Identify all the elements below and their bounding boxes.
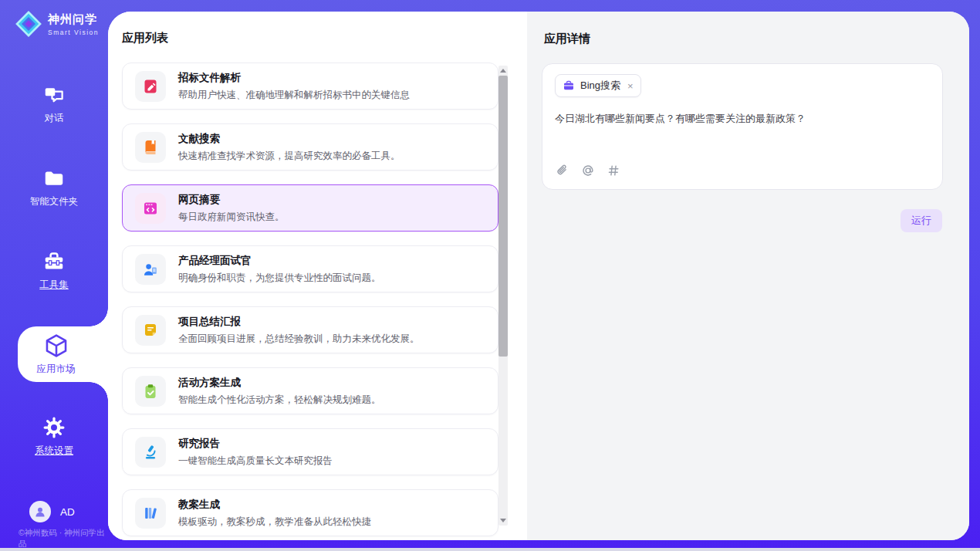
app-card-web-summary[interactable]: 网页摘要 每日政府新闻资讯快查。 <box>122 184 498 232</box>
brand-diamond-icon <box>14 9 43 39</box>
folder-icon <box>42 167 66 190</box>
brand-name: 神州问学 <box>48 12 99 27</box>
app-detail-panel: 应用详情 Bing搜索 × 今日湖北有哪些新闻要点？有哪些需要关注的最新政策？ <box>527 12 969 540</box>
app-detail-title: 应用详情 <box>544 32 969 46</box>
sidebar-item-app-market[interactable]: 应用市场 <box>18 326 108 382</box>
avatar <box>29 501 51 522</box>
briefcase-icon <box>563 79 575 92</box>
scrollbar-thumb[interactable] <box>498 76 508 357</box>
chat-icon <box>42 83 66 106</box>
app-desc: 全面回顾项目进展，总结经验教训，助力未来优化发展。 <box>178 333 420 346</box>
app-card-event-plan[interactable]: 活动方案生成 智能生成个性化活动方案，轻松解决规划难题。 <box>122 367 498 414</box>
sidebar-item-label: 系统设置 <box>35 445 73 458</box>
browser-code-icon <box>142 200 159 217</box>
hash-icon[interactable] <box>606 163 621 178</box>
app-list-scrollbar[interactable] <box>498 66 508 526</box>
sidebar: 神州问学 Smart Vision 对话 智能文件夹 <box>0 0 108 551</box>
app-window: 神州问学 Smart Vision 对话 智能文件夹 <box>0 0 980 551</box>
app-title: 产品经理面试官 <box>178 254 381 268</box>
app-title: 教案生成 <box>178 498 371 512</box>
app-card-research-report[interactable]: 研究报告 一键智能生成高质量长文本研究报告 <box>122 428 498 475</box>
attachment-toolbar <box>555 163 621 178</box>
user-account[interactable]: AD <box>29 501 75 522</box>
app-title: 项目总结汇报 <box>178 315 420 329</box>
sidebar-item-smart-folders[interactable]: 智能文件夹 <box>0 167 108 208</box>
at-sign-icon[interactable] <box>580 163 596 178</box>
app-desc: 明确身份和职责，为您提供专业性的面试问题。 <box>178 272 381 285</box>
app-desc: 快速精准查找学术资源，提高研究效率的必备工具。 <box>178 150 400 163</box>
app-card-project-summary[interactable]: 项目总结汇报 全面回顾项目进展，总结经验教训，助力未来优化发展。 <box>122 306 498 353</box>
note-icon <box>142 322 159 339</box>
cube-icon <box>43 333 69 359</box>
microscope-icon <box>142 444 159 461</box>
prompt-text: 今日湖北有哪些新闻要点？有哪些需要关注的最新政策？ <box>555 112 925 126</box>
brand-tagline: Smart Vision <box>48 29 99 36</box>
app-title: 网页摘要 <box>178 193 285 207</box>
app-list-panel: 应用列表 招标文件解析 帮助用户快速、准确地理解和解析招标书中的关键信息 <box>108 12 527 540</box>
clipboard-check-icon <box>142 383 159 400</box>
book-icon <box>142 139 159 156</box>
app-desc: 智能生成个性化活动方案，轻松解决规划难题。 <box>178 394 381 407</box>
sidebar-item-label: 工具集 <box>39 279 69 292</box>
sidebar-item-chat[interactable]: 对话 <box>0 83 108 125</box>
scroll-up-icon[interactable] <box>498 66 508 76</box>
app-title: 活动方案生成 <box>178 376 381 390</box>
prompt-input[interactable]: Bing搜索 × 今日湖北有哪些新闻要点？有哪些需要关注的最新政策？ <box>542 63 943 190</box>
app-card-bid-document-parse[interactable]: 招标文件解析 帮助用户快速、准确地理解和解析招标书中的关键信息 <box>122 63 498 110</box>
app-desc: 模板驱动，教案秒成，教学准备从此轻松快捷 <box>178 516 371 529</box>
app-card-lesson-plan[interactable]: 教案生成 模板驱动，教案秒成，教学准备从此轻松快捷 <box>122 489 498 536</box>
tool-chip-bing-search[interactable]: Bing搜索 × <box>555 74 641 97</box>
app-desc: 帮助用户快速、准确地理解和解析招标书中的关键信息 <box>178 89 410 102</box>
sidebar-item-label: 应用市场 <box>37 363 76 376</box>
sidebar-item-label: 智能文件夹 <box>30 195 79 208</box>
gear-icon <box>42 416 66 439</box>
document-edit-icon <box>142 78 159 95</box>
main-panel: 应用列表 招标文件解析 帮助用户快速、准确地理解和解析招标书中的关键信息 <box>108 12 969 540</box>
copyright-text: ©神州数码 · 神州问学出品 <box>19 528 108 549</box>
window-bottom-edge <box>0 548 980 551</box>
app-title: 研究报告 <box>178 437 333 451</box>
app-title: 招标文件解析 <box>178 71 410 85</box>
app-desc: 一键智能生成高质量长文本研究报告 <box>178 455 333 468</box>
person-icon <box>33 505 47 519</box>
sidebar-item-toolset[interactable]: 工具集 <box>0 250 108 292</box>
app-card-list: 招标文件解析 帮助用户快速、准确地理解和解析招标书中的关键信息 文献搜索 <box>122 63 498 536</box>
interviewer-icon <box>142 261 159 278</box>
app-card-pm-interviewer[interactable]: 产品经理面试官 明确身份和职责，为您提供专业性的面试问题。 <box>122 245 498 292</box>
run-button[interactable]: 运行 <box>901 209 942 232</box>
app-title: 文献搜索 <box>178 132 400 146</box>
close-icon[interactable]: × <box>627 81 634 91</box>
scroll-down-icon[interactable] <box>498 516 508 526</box>
toolbox-icon <box>42 250 66 273</box>
books-icon <box>142 505 159 522</box>
user-label: AD <box>60 506 75 518</box>
sidebar-item-settings[interactable]: 系统设置 <box>0 416 108 458</box>
tool-chip-label: Bing搜索 <box>580 79 620 93</box>
app-desc: 每日政府新闻资讯快查。 <box>178 211 285 224</box>
paperclip-icon[interactable] <box>555 163 570 178</box>
brand-logo: 神州问学 Smart Vision <box>14 9 99 39</box>
sidebar-item-label: 对话 <box>45 112 64 125</box>
app-list-title: 应用列表 <box>122 31 527 46</box>
app-card-literature-search[interactable]: 文献搜索 快速精准查找学术资源，提高研究效率的必备工具。 <box>122 123 498 171</box>
